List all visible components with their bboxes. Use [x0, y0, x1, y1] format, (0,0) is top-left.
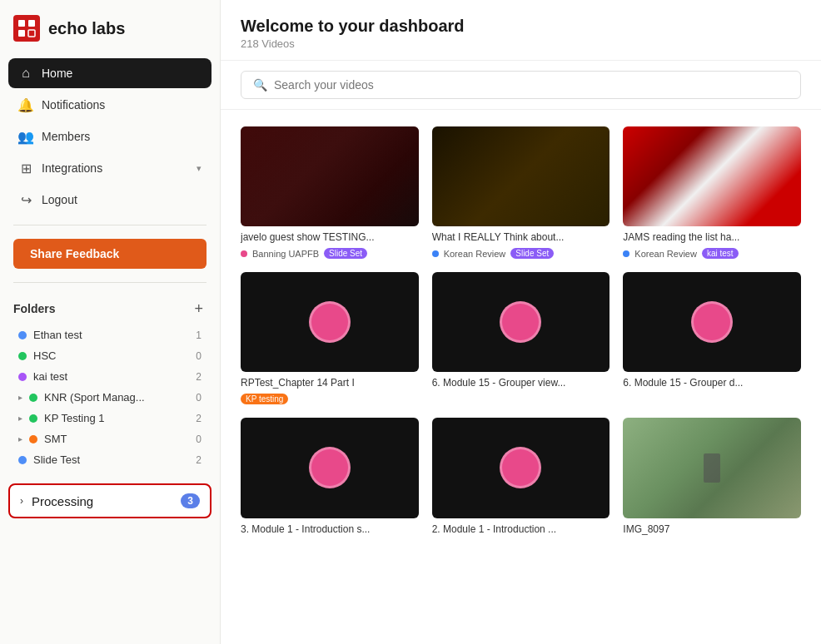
processing-badge: 3: [181, 493, 200, 508]
video-meta: Korean Review kai test: [623, 248, 801, 259]
page-title: Welcome to your dashboard: [241, 17, 801, 36]
nav-section: ⌂ Home 🔔 Notifications 👥 Members ⊞ Integ…: [0, 55, 220, 218]
svg-rect-2: [28, 20, 35, 27]
processing-label: Processing: [32, 494, 172, 508]
video-card[interactable]: javelo guest show TESTING... Banning UAP…: [241, 126, 419, 259]
video-card[interactable]: JAMS reading the list ha... Korean Revie…: [623, 126, 801, 259]
folder-item-knr[interactable]: ▸ KNR (Sport Manag... 0: [13, 387, 206, 408]
folder-color-dot: [29, 394, 37, 402]
nav-item-notifications[interactable]: 🔔 Notifications: [8, 90, 211, 120]
nav-label-notifications: Notifications: [42, 98, 105, 111]
folder-name: Slide Test: [33, 453, 189, 466]
nav-item-logout[interactable]: ↪ Logout: [8, 185, 211, 215]
video-card[interactable]: 6. Module 15 - Grouper d...: [623, 272, 801, 404]
folder-count: 0: [196, 392, 202, 404]
nav-item-members[interactable]: 👥 Members: [8, 121, 211, 151]
folders-header: Folders +: [13, 300, 206, 318]
nav-item-integrations[interactable]: ⊞ Integrations ▾: [8, 153, 211, 183]
video-badge: kai test: [702, 248, 739, 259]
svg-rect-0: [13, 15, 40, 42]
folder-item-slide-test[interactable]: Slide Test 2: [13, 449, 206, 470]
channel-name: Korean Review: [634, 249, 697, 259]
folder-color-dot: [18, 456, 27, 464]
folder-count: 2: [196, 413, 202, 424]
logo-text: echo labs: [48, 19, 125, 38]
folder-item-ethan-test[interactable]: Ethan test 1: [13, 324, 206, 345]
thumb-overlay: [241, 126, 419, 226]
people-icon: 👥: [18, 129, 33, 144]
video-thumbnail: [241, 272, 419, 372]
video-title: IMG_8097: [623, 523, 801, 535]
nav-label-integrations: Integrations: [42, 161, 102, 175]
channel-name: Banning UAPFB: [252, 249, 319, 259]
thumb-overlay: [432, 272, 610, 372]
svg-rect-1: [18, 20, 25, 27]
search-bar: 🔍: [241, 71, 801, 99]
logout-icon: ↪: [18, 192, 33, 207]
folder-name: SMT: [44, 433, 189, 445]
search-input[interactable]: [274, 78, 789, 92]
channel-name: Korean Review: [444, 249, 506, 259]
svg-rect-3: [18, 30, 25, 37]
divider-1: [13, 225, 206, 225]
video-title: 2. Module 1 - Introduction ...: [432, 523, 610, 535]
video-card[interactable]: What I REALLY Think about... Korean Revi…: [432, 126, 610, 259]
folder-color-dot: [18, 352, 27, 360]
videos-grid: javelo guest show TESTING... Banning UAP…: [221, 110, 821, 644]
video-title: 6. Module 15 - Grouper d...: [623, 377, 801, 389]
folder-count: 0: [196, 433, 202, 445]
folder-item-hsc[interactable]: HSC 0: [13, 345, 206, 366]
folder-color-dot: [18, 331, 27, 339]
logo-area: echo labs: [0, 0, 220, 55]
search-bar-wrapper: 🔍: [221, 61, 821, 110]
share-feedback-button[interactable]: Share Feedback: [13, 239, 206, 269]
processing-section[interactable]: › Processing 3: [8, 483, 211, 518]
folder-item-smt[interactable]: ▸ SMT 0: [13, 429, 206, 449]
folder-color-dot: [29, 435, 37, 443]
folder-name: HSC: [33, 349, 189, 362]
video-badge: KP testing: [241, 394, 288, 404]
video-card[interactable]: 3. Module 1 - Introduction s...: [241, 418, 419, 534]
folder-name: Ethan test: [33, 329, 189, 341]
echo-labs-logo-icon: [13, 15, 40, 42]
search-icon: 🔍: [253, 78, 267, 92]
video-meta: Korean Review Slide Set: [432, 248, 610, 259]
video-title: What I REALLY Think about...: [432, 231, 610, 243]
pink-circle-icon: [691, 301, 733, 343]
nav-item-home[interactable]: ⌂ Home: [8, 58, 211, 88]
folder-count: 2: [196, 371, 202, 383]
video-count: 218 Videos: [241, 37, 801, 50]
video-title: 6. Module 15 - Grouper view...: [432, 377, 610, 389]
folders-title: Folders: [13, 302, 56, 315]
video-card[interactable]: 6. Module 15 - Grouper view...: [432, 272, 610, 404]
video-card[interactable]: RPTest_Chapter 14 Part I KP testing: [241, 272, 419, 404]
folder-count: 1: [196, 329, 202, 341]
folder-item-kai-test[interactable]: kai test 2: [13, 366, 206, 387]
channel-dot: [432, 250, 439, 257]
video-card[interactable]: IMG_8097: [623, 418, 801, 534]
nav-label-members: Members: [42, 130, 90, 143]
svg-rect-4: [28, 30, 35, 37]
video-badge: Slide Set: [510, 248, 554, 259]
thumb-overlay: [623, 418, 801, 518]
pink-circle-icon: [500, 301, 541, 343]
home-icon: ⌂: [18, 66, 33, 81]
folder-item-kp-testing[interactable]: ▸ KP Testing 1 2: [13, 408, 206, 429]
video-card[interactable]: 2. Module 1 - Introduction ...: [432, 418, 610, 534]
video-thumbnail: [432, 418, 610, 518]
chevron-down-icon: ▾: [197, 163, 202, 174]
add-folder-button[interactable]: +: [191, 300, 206, 318]
video-meta: Banning UAPFB Slide Set: [241, 248, 419, 259]
nav-label-home: Home: [42, 67, 72, 80]
video-meta: KP testing: [241, 394, 419, 404]
video-badge: Slide Set: [324, 248, 367, 259]
video-thumbnail: [432, 272, 610, 372]
folder-name: KNR (Sport Manag...: [44, 391, 189, 404]
expand-icon: ▸: [18, 393, 22, 402]
video-thumbnail: [623, 272, 801, 372]
expand-icon: ▸: [18, 434, 22, 443]
person-silhouette: [704, 453, 720, 483]
grid-icon: ⊞: [18, 161, 33, 176]
folder-name: KP Testing 1: [44, 412, 189, 424]
video-thumbnail: [241, 126, 419, 226]
